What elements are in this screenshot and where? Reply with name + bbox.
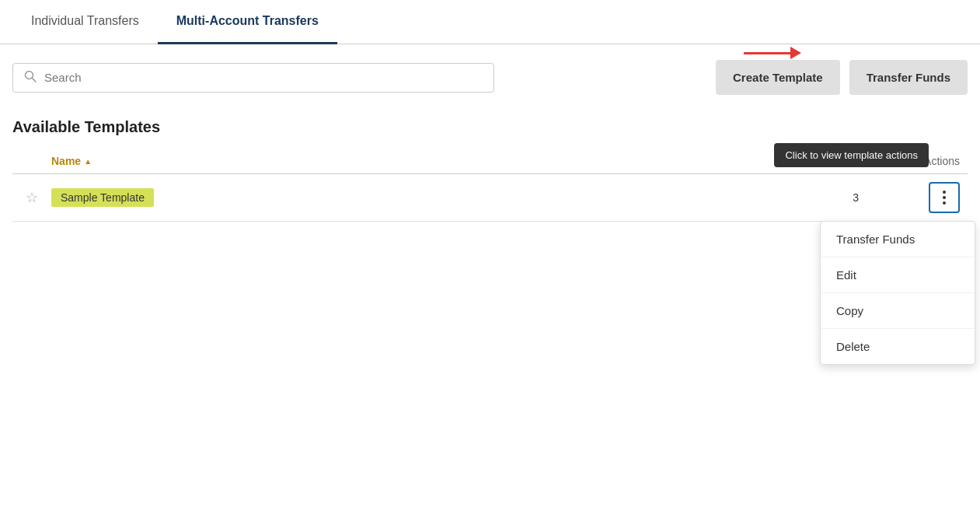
dot-2 xyxy=(943,196,946,199)
arrow-indicator xyxy=(744,47,801,59)
table-row: ☆ Sample Template 3 Click to view templa… xyxy=(12,174,968,222)
search-input[interactable] xyxy=(44,71,483,84)
arrow-head xyxy=(790,47,801,59)
dropdown-item-transfer-funds[interactable]: Transfer Funds xyxy=(821,222,975,257)
dot-1 xyxy=(943,191,946,194)
buttons-group: Create Template Transfer Funds xyxy=(716,60,968,95)
search-icon xyxy=(24,70,37,86)
svg-line-1 xyxy=(33,78,37,82)
dropdown-item-edit[interactable]: Edit xyxy=(821,257,975,293)
tab-individual[interactable]: Individual Transfers xyxy=(12,0,158,44)
template-name-badge: Sample Template xyxy=(51,188,154,207)
dropdown-item-copy[interactable]: Copy xyxy=(821,293,975,329)
dropdown-menu: Transfer Funds Edit Copy Delete xyxy=(820,221,975,365)
search-wrapper xyxy=(12,63,494,93)
transfer-funds-button[interactable]: Transfer Funds xyxy=(849,60,968,95)
star-cell: ☆ xyxy=(12,189,51,206)
dot-3 xyxy=(943,201,946,205)
name-sort-icon[interactable]: ▲ xyxy=(84,157,92,166)
arrow-line xyxy=(744,52,790,54)
create-template-button[interactable]: Create Template xyxy=(716,60,840,95)
col-name-header: Name ▲ xyxy=(51,155,719,167)
dropdown-item-delete[interactable]: Delete xyxy=(821,329,975,364)
tabs-container: Individual Transfers Multi-Account Trans… xyxy=(0,0,980,44)
table-container: Name ▲ Transfers ▲ Actions ☆ Sample Temp… xyxy=(0,149,980,222)
tab-multi-account[interactable]: Multi-Account Transfers xyxy=(158,0,337,44)
star-button[interactable]: ☆ xyxy=(12,189,51,206)
template-actions-button[interactable] xyxy=(929,182,960,213)
actions-tooltip: Click to view template actions xyxy=(774,143,929,167)
name-cell: Sample Template xyxy=(51,191,719,205)
transfers-count-cell: 3 xyxy=(719,191,874,204)
actions-cell: Click to view template actions Transfer … xyxy=(874,182,968,213)
toolbar: Create Template Transfer Funds xyxy=(0,44,980,110)
